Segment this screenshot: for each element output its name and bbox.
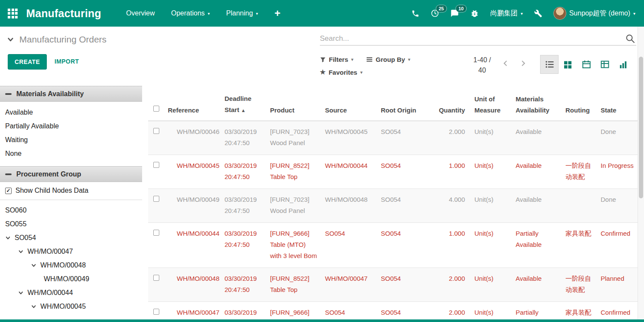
filter-funnel-icon (320, 57, 326, 63)
pager-range: 1-40 / (474, 56, 491, 64)
chevron-down-icon: ▾ (256, 11, 258, 16)
cell-routing: 家具装配 (562, 223, 600, 267)
chevron-down-icon[interactable] (31, 304, 36, 310)
chevron-down-icon[interactable] (18, 249, 24, 255)
section-materials-availability[interactable]: Materials Availability (0, 86, 142, 102)
tree-item[interactable]: SO054 (0, 231, 142, 245)
filter-partially-available[interactable]: Partially Available (0, 119, 142, 133)
tree-item[interactable]: WH/MO/00044 (0, 286, 142, 300)
menu-operations[interactable]: Operations▾ (171, 9, 210, 17)
app-title[interactable]: Manufacturing (26, 7, 101, 20)
kanban-view-icon[interactable] (559, 55, 577, 74)
cell-reference: WH/MO/00044 (164, 223, 222, 267)
chevron-down-icon[interactable] (18, 290, 24, 296)
navbar-systray: 25 10 尚鹏集团▾ Sunpop超管 (demo)▾ (411, 7, 635, 20)
debug-bug-icon[interactable] (470, 9, 479, 18)
cell-deadline: 03/30/2019 20:47:50 (222, 302, 267, 319)
list-view-icon[interactable] (540, 55, 559, 74)
vertical-scrollbar[interactable] (638, 27, 644, 319)
row-checkbox[interactable] (153, 196, 159, 202)
row-checkbox[interactable] (153, 309, 159, 315)
activities-clock-icon[interactable]: 25 (431, 9, 439, 18)
col-quantity[interactable]: Quantity (421, 105, 471, 121)
tree-item[interactable]: WH/MO/00049 (0, 272, 142, 286)
cell-state: Planned (600, 268, 638, 301)
tree-item[interactable]: SO060 (0, 204, 142, 217)
col-root-origin[interactable]: Root Origin (377, 105, 421, 121)
tree-item[interactable]: WH/MO/00045 (0, 300, 142, 313)
chevron-down-icon: ▾ (408, 57, 410, 62)
row-checkbox[interactable] (153, 275, 159, 281)
col-routing[interactable]: Routing (562, 105, 600, 121)
col-product[interactable]: Product (267, 105, 322, 121)
messages-chat-icon[interactable]: 10 (450, 9, 459, 18)
cell-uom: Unit(s) (471, 268, 512, 301)
table-row[interactable]: WH/MO/00047 03/30/2019 20:47:50 [FURN_96… (148, 302, 638, 319)
plus-icon[interactable]: + (274, 8, 280, 18)
cell-source: WH/MO/00044 (322, 155, 377, 188)
chevron-down-icon: ▾ (208, 11, 210, 16)
top-navbar: Manufacturing Overview Operations▾ Plann… (0, 0, 644, 27)
col-source[interactable]: Source (322, 105, 377, 121)
cell-root-origin: SO054 (377, 121, 421, 155)
tree-item[interactable]: WH/MO/00048 (0, 258, 142, 272)
pager-previous-icon[interactable] (501, 59, 510, 67)
pager-next-icon[interactable] (519, 59, 527, 67)
cell-deadline: 03/30/2019 20:47:50 (222, 189, 267, 222)
row-checkbox[interactable] (153, 162, 159, 168)
col-state[interactable]: State (600, 105, 638, 121)
col-unit-of-measure[interactable]: Unit of Measure (471, 94, 512, 121)
chevron-down-icon[interactable] (31, 263, 36, 268)
checkbox-checked-icon[interactable] (5, 188, 12, 194)
col-materials-availability[interactable]: Materials Availability (512, 94, 562, 121)
graph-view-icon[interactable] (614, 55, 632, 74)
cell-availability: Partially Available (512, 302, 562, 319)
control-panel: Manufacturing Orders CREATE IMPORT Filte… (0, 27, 638, 86)
menu-operations-label: Operations (171, 9, 205, 17)
cell-product: [FURN_9666] Table (MTO) with 3 level Bom (267, 302, 322, 319)
cell-root-origin: SO054 (377, 268, 421, 301)
search-icon[interactable] (625, 33, 635, 44)
apps-menu-icon[interactable] (8, 9, 18, 18)
menu-planning[interactable]: Planning▾ (226, 9, 258, 17)
create-button[interactable]: CREATE (8, 54, 47, 70)
chevron-down-icon[interactable] (7, 36, 14, 43)
col-deadline-start[interactable]: Deadline Start ▲ (222, 93, 267, 121)
cell-product: [FURN_9666] Table (MTO) with 3 level Bom (267, 223, 322, 267)
table-row[interactable]: WH/MO/00045 03/30/2019 20:47:50 [FURN_85… (148, 155, 638, 189)
chevron-down-icon[interactable] (5, 235, 11, 241)
tree-item[interactable]: SO055 (0, 217, 142, 231)
col-reference[interactable]: Reference (164, 105, 222, 121)
search-panel-sidebar: Materials Availability Available Partial… (0, 86, 142, 319)
row-checkbox[interactable] (153, 128, 159, 134)
filters-menu[interactable]: Filters▾ (320, 56, 353, 63)
table-header: Reference Deadline Start ▲ Product Sourc… (148, 86, 638, 121)
import-button[interactable]: IMPORT (55, 58, 79, 65)
group-by-menu[interactable]: Group By▾ (366, 56, 410, 63)
select-all-checkbox[interactable] (153, 106, 159, 112)
table-row[interactable]: WH/MO/00048 03/30/2019 20:47:50 [FURN_85… (148, 268, 638, 302)
section-procurement-group[interactable]: Procurement Group (0, 166, 142, 182)
row-checkbox[interactable] (153, 230, 159, 236)
table-row[interactable]: WH/MO/00044 03/30/2019 20:47:50 [FURN_96… (148, 223, 638, 268)
favorites-menu[interactable]: ★Favorites▾ (320, 68, 362, 76)
support-wrench-icon[interactable] (534, 9, 542, 18)
filter-available[interactable]: Available (0, 106, 142, 119)
table-row[interactable]: WH/MO/00046 03/30/2019 20:47:50 [FURN_70… (148, 121, 638, 155)
show-child-nodes-toggle[interactable]: Show Child Nodes Data (0, 182, 142, 200)
table-row[interactable]: WH/MO/00049 03/30/2019 20:47:50 [FURN_70… (148, 189, 638, 223)
user-menu[interactable]: Sunpop超管 (demo)▾ (553, 7, 635, 20)
search-input[interactable] (320, 34, 625, 43)
filter-waiting[interactable]: Waiting (0, 133, 142, 147)
calendar-view-icon[interactable] (577, 55, 595, 74)
company-switcher[interactable]: 尚鹏集团▾ (490, 9, 523, 18)
cell-reference: WH/MO/00046 (164, 121, 222, 155)
voip-phone-icon[interactable] (411, 9, 419, 18)
filter-none[interactable]: None (0, 147, 142, 161)
scrollbar-thumb[interactable] (639, 57, 643, 198)
cell-uom: Unit(s) (471, 121, 512, 155)
pivot-view-icon[interactable] (595, 55, 614, 74)
message-count-badge: 10 (456, 5, 466, 12)
menu-overview[interactable]: Overview (126, 9, 155, 17)
tree-item[interactable]: WH/MO/00047 (0, 245, 142, 258)
